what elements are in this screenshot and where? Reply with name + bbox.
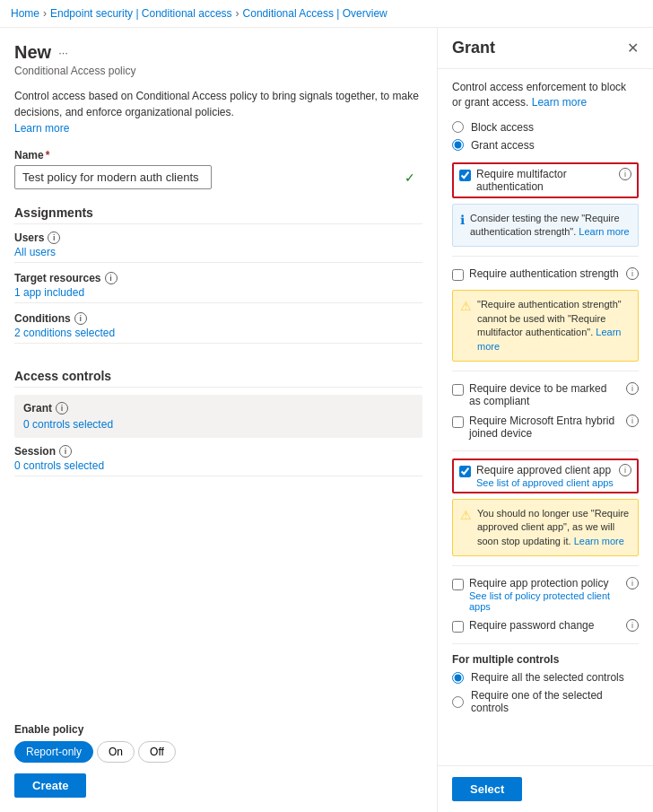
auth-strength-label: Require authentication strength [469,267,621,280]
panel-learn-more[interactable]: Learn more [532,96,587,109]
conditions-label: Conditions [14,312,71,325]
enable-policy-section: Enable policy Report-only On Off Create [14,709,422,798]
app-protection-info-icon[interactable]: i [626,577,639,589]
page-title: New [14,42,51,63]
name-input[interactable]: Test policy for modern auth clients [14,165,212,189]
description-learn-more[interactable]: Learn more [14,122,69,135]
grant-access-radio[interactable] [452,139,464,151]
toggle-off[interactable]: Off [138,741,176,763]
mfa-info-banner: ℹ Consider testing the new "Require auth… [452,204,639,248]
name-label: Name* [14,149,422,162]
auth-strength-warning: ⚠ "Require authentication strength" cann… [452,290,639,362]
divider-2 [452,371,639,371]
block-access-radio[interactable] [452,121,464,133]
create-button[interactable]: Create [14,773,86,798]
mfa-banner-learn-more[interactable]: Learn more [579,226,629,237]
session-value[interactable]: 0 controls selected [14,459,422,476]
auth-strength-checkbox[interactable] [452,269,464,281]
block-access-option[interactable]: Block access [452,121,639,134]
grant-panel: Grant ✕ Control access enforcement to bl… [438,28,653,812]
mfa-label: Require multifactor authentication [476,168,614,193]
panel-title: Grant [452,39,495,57]
mfa-checkbox[interactable] [459,170,471,181]
target-resources-value[interactable]: 1 app included [14,286,422,303]
toggle-on[interactable]: On [97,741,135,763]
divider-5 [452,643,639,644]
auth-strength-info-icon[interactable]: i [626,267,639,280]
for-multiple-title: For multiple controls [452,653,639,666]
compliant-info-icon[interactable]: i [626,382,639,395]
compliant-checkbox[interactable] [452,384,464,396]
conditions-field: Conditions i 2 conditions selected [14,312,422,344]
select-button[interactable]: Select [452,777,522,801]
approved-app-label: Require approved client app [476,464,614,476]
password-change-label: Require password change [469,619,621,632]
for-multiple-section: For multiple controls Require all the se… [452,653,639,714]
approved-app-info-icon[interactable]: i [619,464,631,476]
warning-icon: ⚠ [460,298,472,354]
breadcrumb-endpoint[interactable]: Endpoint security | Conditional access [50,7,232,20]
panel-body: Control access enforcement to block or g… [438,69,653,765]
users-info-icon[interactable]: i [48,231,60,244]
info-banner-icon: ℹ [460,212,465,240]
assignments-section-title: Assignments [14,205,422,224]
hybrid-info-icon[interactable]: i [626,415,639,427]
breadcrumb: Home › Endpoint security | Conditional a… [0,0,653,28]
compliant-option-row: Require device to be marked as compliant… [452,379,639,411]
hybrid-checkbox[interactable] [452,416,464,428]
session-field: Session i 0 controls selected [14,445,422,476]
app-protection-subtext[interactable]: See list of policy protected client apps [469,590,621,612]
users-field: Users i All users [14,231,422,263]
conditions-info-icon[interactable]: i [74,312,87,325]
require-all-radio[interactable] [452,672,464,684]
users-value[interactable]: All users [14,246,422,263]
page-menu-icon[interactable]: ··· [58,46,68,59]
users-label: Users [14,231,44,244]
target-resources-field: Target resources i 1 app included [14,272,422,303]
app-protection-checkbox[interactable] [452,579,464,590]
hybrid-label: Require Microsoft Entra hybrid joined de… [469,415,621,440]
app-protection-label: Require app protection policy [469,577,621,589]
policy-toggle: Report-only On Off [14,741,422,763]
access-controls-title: Access controls [14,369,422,388]
approved-app-warning: ⚠ You should no longer use "Require appr… [452,499,639,556]
page-description: Control access based on Conditional Acce… [14,88,422,136]
name-checkmark-icon: ✓ [405,170,415,185]
close-button[interactable]: ✕ [627,39,639,57]
password-change-checkbox[interactable] [452,621,464,633]
approved-app-learn-more[interactable]: Learn more [574,536,624,546]
grant-value[interactable]: 0 controls selected [23,418,414,431]
mfa-option-row: Require multifactor authentication i [452,162,639,198]
approved-app-option-row: Require approved client app See list of … [452,458,639,493]
grant-label: Grant [23,402,52,415]
panel-description: Control access enforcement to block or g… [452,80,639,110]
enable-policy-label: Enable policy [14,723,422,736]
approved-app-checkbox[interactable] [459,466,471,477]
grant-section: Grant i 0 controls selected [14,395,422,438]
target-resources-label: Target resources [14,272,101,284]
approved-app-subtext[interactable]: See list of approved client apps [476,477,614,488]
auth-strength-option-row: Require authentication strength i [452,264,639,284]
hybrid-option-row: Require Microsoft Entra hybrid joined de… [452,411,639,443]
breadcrumb-home[interactable]: Home [11,7,39,20]
require-one-radio[interactable] [452,696,464,708]
breadcrumb-overview[interactable]: Conditional Access | Overview [243,7,387,20]
panel-header: Grant ✕ [438,28,653,69]
page-subtitle: Conditional Access policy [14,65,422,77]
password-change-info-icon[interactable]: i [626,619,639,632]
approved-app-warning-icon: ⚠ [460,507,472,548]
mfa-info-icon[interactable]: i [619,168,631,180]
session-label: Session [14,445,56,458]
grant-info-icon[interactable]: i [56,402,68,415]
divider-1 [452,256,639,257]
target-resources-info-icon[interactable]: i [105,272,118,284]
conditions-value[interactable]: 2 conditions selected [14,327,422,344]
session-info-icon[interactable]: i [59,445,72,458]
app-protection-option-row: Require app protection policy See list o… [452,573,639,616]
require-one-option[interactable]: Require one of the selected controls [452,689,639,714]
panel-footer: Select [438,765,653,812]
grant-access-option[interactable]: Grant access [452,139,639,152]
require-all-option[interactable]: Require all the selected controls [452,671,639,684]
toggle-report-only[interactable]: Report-only [14,741,93,763]
name-field-wrapper: Test policy for modern auth clients ✓ [14,165,422,189]
